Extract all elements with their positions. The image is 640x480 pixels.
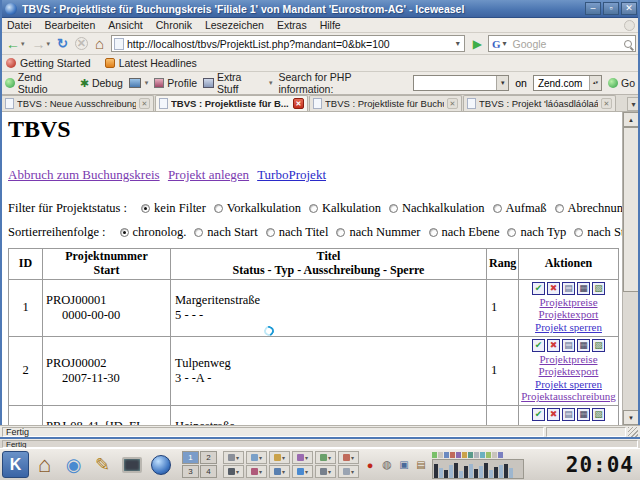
- radio-chronolog[interactable]: [120, 228, 129, 237]
- kmenu-icon[interactable]: K: [2, 451, 29, 478]
- radio-nach-start[interactable]: [194, 228, 203, 237]
- tab-3[interactable]: TBVS : Projektliste für Buchu... ✕: [309, 95, 462, 111]
- radio-kein-filter[interactable]: [141, 204, 150, 213]
- minimize-icon[interactable]: –: [585, 2, 601, 15]
- search-engine-dropdown-icon[interactable]: ▾: [501, 39, 509, 48]
- web-search-box[interactable]: G ▾ Google: [488, 35, 636, 52]
- radio-nach-status[interactable]: [574, 228, 583, 237]
- magnifier-icon[interactable]: [624, 40, 632, 48]
- radio-vorkalkulation[interactable]: [214, 204, 223, 213]
- export-icon[interactable]: ▧: [592, 282, 605, 295]
- tab-1[interactable]: TBVS : Neue Ausschreibung ... ✕: [1, 95, 154, 111]
- window-titlebar[interactable]: TBVS : Projektliste für Buchungskreis 'F…: [0, 0, 640, 18]
- terminal-icon[interactable]: [118, 451, 145, 478]
- extra-stuff-dropdown-icon[interactable]: ▾: [269, 79, 273, 87]
- taskbar-window-button[interactable]: ▾: [338, 451, 359, 464]
- tray-app-icon[interactable]: ●: [363, 458, 377, 472]
- menu-lesezeichen[interactable]: Lesezeichen: [205, 19, 264, 31]
- link-projektexport[interactable]: Projektexport: [521, 365, 616, 378]
- url-input[interactable]: [127, 38, 454, 50]
- forward-dropdown-icon[interactable]: ▾: [47, 40, 51, 48]
- panel-clock[interactable]: 20:04: [566, 453, 638, 477]
- link-projekt-anlegen[interactable]: Projekt anlegen: [168, 167, 249, 182]
- reload-button[interactable]: ↻: [55, 35, 70, 53]
- close-icon[interactable]: ✕: [621, 2, 637, 15]
- scrollbar-thumb[interactable]: [623, 127, 639, 292]
- php-search-dropdown-icon[interactable]: ▾: [496, 76, 508, 90]
- menu-hilfe[interactable]: Hilfe: [320, 19, 341, 31]
- url-bar[interactable]: ▾: [111, 35, 465, 52]
- radio-nach-titel[interactable]: [266, 228, 275, 237]
- print-icon[interactable]: ▤: [562, 282, 575, 295]
- link-projekt-sperren[interactable]: Projekt sperren: [521, 378, 616, 391]
- approve-icon[interactable]: ✔: [532, 339, 545, 352]
- zend-go-button[interactable]: Go: [608, 77, 635, 89]
- taskbar-window-button[interactable]: ▾: [269, 451, 290, 464]
- taskbar-window-button[interactable]: ▾: [292, 465, 313, 478]
- tray-window-icon[interactable]: ▣: [397, 458, 411, 472]
- tab-close-icon[interactable]: ✕: [601, 98, 612, 109]
- taskbar-window-button[interactable]: ▾: [315, 451, 336, 464]
- radio-nach-typ[interactable]: [507, 228, 516, 237]
- editor-icon[interactable]: ✎: [89, 451, 116, 478]
- link-projekt-sperren[interactable]: Projekt sperren: [521, 321, 616, 334]
- stop-button[interactable]: ✕: [73, 35, 90, 53]
- link-projektpreise[interactable]: Projektpreise: [521, 296, 616, 309]
- home-button[interactable]: ⌂: [93, 35, 106, 53]
- go-icon[interactable]: ▶: [470, 37, 485, 51]
- link-projektpreise[interactable]: Projektpreise: [521, 353, 616, 366]
- zend-debug-button[interactable]: ✱ Debug: [80, 77, 123, 90]
- link-projektexport[interactable]: Projektexport: [521, 308, 616, 321]
- radio-nach-nummer[interactable]: [336, 228, 345, 237]
- taskbar-window-button[interactable]: ▾: [315, 465, 336, 478]
- search-placeholder[interactable]: Google: [513, 38, 624, 50]
- klipper-icon[interactable]: ▤: [414, 458, 428, 472]
- search-site-select[interactable]: Zend.com ▴▾: [533, 75, 602, 91]
- zend-studio-button[interactable]: Zend Studio: [5, 71, 74, 95]
- radio-aufmass[interactable]: [493, 204, 502, 213]
- export-icon[interactable]: ▧: [592, 339, 605, 352]
- table-icon[interactable]: ▦: [577, 282, 590, 295]
- tab-2-active[interactable]: TBVS : Projektliste für B... ✕: [155, 95, 308, 111]
- menu-chronik[interactable]: Chronik: [156, 19, 192, 31]
- tab-close-icon[interactable]: ✕: [293, 98, 304, 109]
- php-search-combo[interactable]: ▾: [413, 75, 509, 91]
- menu-ansicht[interactable]: Ansicht: [108, 19, 142, 31]
- scroll-down-icon[interactable]: ▼: [623, 410, 639, 425]
- bookmark-getting-started[interactable]: Getting Started: [6, 57, 91, 69]
- tab-close-icon[interactable]: ✕: [447, 98, 458, 109]
- forward-button[interactable]: → ▾: [30, 35, 53, 53]
- php-search-input[interactable]: [414, 77, 496, 89]
- radio-abrechnung[interactable]: [555, 204, 564, 213]
- delete-icon[interactable]: ✖: [547, 408, 560, 421]
- tray-app-icon[interactable]: ◍: [380, 458, 394, 472]
- tab-4[interactable]: TBVS : Projekt 'láóasdláólaál... ✕: [463, 95, 616, 111]
- table-icon[interactable]: ▦: [577, 408, 590, 421]
- link-abbruch-buchungskreis[interactable]: Abbruch zum Buchungskreis: [8, 167, 160, 182]
- desktop-4[interactable]: 4: [200, 465, 217, 478]
- site-stepper-icon[interactable]: ▴▾: [589, 76, 601, 90]
- delete-icon[interactable]: ✖: [547, 339, 560, 352]
- approve-icon[interactable]: ✔: [532, 408, 545, 421]
- print-icon[interactable]: ▤: [562, 339, 575, 352]
- taskbar-window-button[interactable]: ▾: [246, 451, 267, 464]
- menu-extras[interactable]: Extras: [277, 19, 307, 31]
- home-folder-icon[interactable]: ⌂: [31, 451, 58, 478]
- export-icon[interactable]: ▧: [592, 408, 605, 421]
- desktop-3[interactable]: 3: [182, 465, 199, 478]
- taskbar-window-button[interactable]: ▾: [338, 465, 359, 478]
- tab-close-icon[interactable]: ✕: [139, 98, 150, 109]
- table-icon[interactable]: ▦: [577, 339, 590, 352]
- back-button[interactable]: ← ▾: [4, 35, 27, 53]
- vertical-scrollbar[interactable]: ▲ ▼: [622, 112, 638, 425]
- taskbar-window-button[interactable]: ▾: [246, 465, 267, 478]
- maximize-icon[interactable]: ▫: [603, 2, 619, 15]
- konqueror-icon[interactable]: ◉: [60, 451, 87, 478]
- delete-icon[interactable]: ✖: [547, 282, 560, 295]
- menu-datei[interactable]: Datei: [7, 19, 32, 31]
- zend-image-button[interactable]: ▾: [129, 78, 149, 88]
- radio-nachkalkulation[interactable]: [389, 204, 398, 213]
- desktop-2[interactable]: 2: [200, 451, 217, 464]
- print-icon[interactable]: ▤: [562, 408, 575, 421]
- taskbar-window-button[interactable]: ▾: [223, 451, 244, 464]
